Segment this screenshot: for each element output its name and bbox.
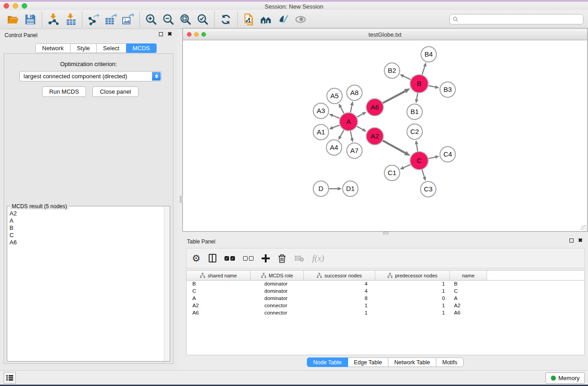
save-session-button[interactable] xyxy=(22,12,39,27)
column-header-name[interactable]: name xyxy=(450,271,487,280)
cell-predecessor-nodes[interactable]: 1 xyxy=(375,288,450,295)
cell-name[interactable]: A xyxy=(450,295,487,302)
edge-A-A6[interactable] xyxy=(357,114,363,117)
first-neighbors-button[interactable] xyxy=(258,12,275,27)
tab-network-table[interactable]: Network Table xyxy=(388,357,436,367)
edge-B-B4[interactable] xyxy=(422,67,425,75)
zoom-selected-button[interactable] xyxy=(194,12,211,27)
cell-name[interactable]: B xyxy=(450,281,487,288)
export-network-button[interactable] xyxy=(85,12,102,27)
edge-C-C4[interactable] xyxy=(428,157,435,158)
run-mcds-button[interactable]: Run MCDS xyxy=(42,86,86,97)
import-table-button[interactable] xyxy=(62,12,79,27)
cell-MCDS-role[interactable]: dominator xyxy=(251,295,304,302)
network-canvas[interactable]: B4B2BB3A8A5A6A3B1AA1C2A2A4A7C4CC1C3DD1 xyxy=(183,40,587,231)
cell-name[interactable]: C xyxy=(450,288,487,295)
float-panel-icon[interactable] xyxy=(159,32,163,36)
column-header-predecessor-nodes[interactable]: predecessor nodes xyxy=(375,271,450,280)
delete-row-button[interactable] xyxy=(278,254,286,263)
export-image-button[interactable] xyxy=(120,12,137,27)
search-input[interactable] xyxy=(460,14,583,24)
result-item[interactable]: A2 xyxy=(10,210,164,217)
result-item[interactable]: A6 xyxy=(10,239,164,246)
cell-predecessor-nodes[interactable]: 1 xyxy=(375,310,450,317)
edge-A-A1[interactable] xyxy=(333,125,339,128)
search-box[interactable] xyxy=(449,14,583,24)
column-header-MCDS-role[interactable]: MCDS role xyxy=(251,271,304,280)
table-row[interactable]: A2connector11A2 xyxy=(186,302,584,310)
node-table[interactable]: shared nameMCDS rolesuccessor nodesprede… xyxy=(186,270,585,355)
cell-predecessor-nodes[interactable]: 1 xyxy=(375,302,450,310)
edge-A-A7[interactable] xyxy=(350,131,352,138)
resize-grip-icon[interactable] xyxy=(581,225,587,231)
cell-successor-nodes[interactable]: 8 xyxy=(304,295,375,302)
cell-name[interactable]: A6 xyxy=(450,310,487,317)
open-session-button[interactable] xyxy=(5,12,22,27)
delete-table-button[interactable] xyxy=(294,255,304,262)
close-panel-icon[interactable]: ✖ xyxy=(167,32,172,36)
zoom-out-button[interactable] xyxy=(160,12,177,27)
cell-shared-name[interactable]: C xyxy=(186,288,251,295)
edge-A-A3[interactable] xyxy=(333,115,339,118)
cell-shared-name[interactable]: A2 xyxy=(186,302,251,310)
column-header-successor-nodes[interactable]: successor nodes xyxy=(304,271,375,280)
edge-B-B1[interactable] xyxy=(416,93,417,100)
edge-A6-B[interactable] xyxy=(383,91,405,103)
edge-C-C2[interactable] xyxy=(416,144,417,152)
cell-successor-nodes[interactable]: 1 xyxy=(304,310,375,317)
table-row[interactable]: Cdominator41C xyxy=(186,288,584,295)
zoom-in-button[interactable] xyxy=(143,12,160,27)
float-table-panel-icon[interactable] xyxy=(569,238,574,243)
edge-A2-C[interactable] xyxy=(383,141,406,153)
bird-eye-view-button[interactable] xyxy=(292,12,309,27)
deselect-all-button[interactable] xyxy=(243,256,253,261)
cell-successor-nodes[interactable]: 4 xyxy=(304,288,375,295)
show-columns-button[interactable] xyxy=(209,254,216,262)
select-all-button[interactable]: ✓✓ xyxy=(225,256,235,261)
close-table-panel-icon[interactable]: ✖ xyxy=(578,238,583,243)
tab-motifs[interactable]: Motifs xyxy=(436,357,464,367)
function-builder-button[interactable]: f(x) xyxy=(312,253,324,263)
cell-successor-nodes[interactable]: 1 xyxy=(304,302,375,310)
result-item[interactable]: A xyxy=(10,217,164,224)
cell-successor-nodes[interactable]: 4 xyxy=(304,281,375,288)
cell-MCDS-role[interactable]: connector xyxy=(251,310,304,317)
import-network-button[interactable] xyxy=(45,12,62,27)
cell-predecessor-nodes[interactable]: 1 xyxy=(375,281,450,288)
zoom-fit-button[interactable] xyxy=(177,12,194,27)
cell-shared-name[interactable]: A xyxy=(186,295,251,302)
refresh-layout-button[interactable] xyxy=(217,12,234,27)
tab-network[interactable]: Network xyxy=(35,43,71,53)
edge-A-A4[interactable] xyxy=(340,130,344,136)
cell-MCDS-role[interactable]: dominator xyxy=(251,281,304,288)
tab-mcds[interactable]: MCDS xyxy=(126,43,157,53)
cell-shared-name[interactable]: B xyxy=(186,281,251,288)
cell-MCDS-role[interactable]: connector xyxy=(251,302,304,310)
splitter-gripper[interactable] xyxy=(180,196,183,203)
show-graphics-details-button[interactable] xyxy=(275,12,292,27)
edge-A-A2[interactable] xyxy=(357,126,363,129)
tab-edge-table[interactable]: Edge Table xyxy=(348,357,388,367)
column-settings-button[interactable]: ⚙ xyxy=(192,253,201,263)
clone-network-button[interactable] xyxy=(240,12,258,27)
column-header-shared-name[interactable]: shared name xyxy=(186,271,251,280)
edge-A-A5[interactable] xyxy=(340,107,344,114)
add-row-button[interactable] xyxy=(262,254,270,262)
cell-shared-name[interactable]: A6 xyxy=(186,310,251,317)
cell-MCDS-role[interactable]: dominator xyxy=(251,288,304,295)
horizontal-scroll-gripper[interactable] xyxy=(383,232,388,234)
edge-B-B3[interactable] xyxy=(429,86,435,87)
result-scrollbar[interactable] xyxy=(164,206,170,361)
close-panel-button[interactable]: Close panel xyxy=(92,86,139,97)
task-history-button[interactable] xyxy=(4,372,16,384)
table-row[interactable]: A6connector11A6 xyxy=(186,310,584,317)
result-item[interactable]: C xyxy=(10,232,164,239)
tab-style[interactable]: Style xyxy=(71,43,97,53)
tab-select[interactable]: Select xyxy=(97,43,126,53)
edge-C-C3[interactable] xyxy=(422,170,424,177)
table-row[interactable]: Adominator80A xyxy=(186,295,584,302)
edge-A-A8[interactable] xyxy=(350,105,352,112)
export-table-button[interactable] xyxy=(102,12,120,27)
table-row[interactable]: Bdominator41B xyxy=(186,281,584,288)
cell-name[interactable]: A2 xyxy=(450,302,487,310)
